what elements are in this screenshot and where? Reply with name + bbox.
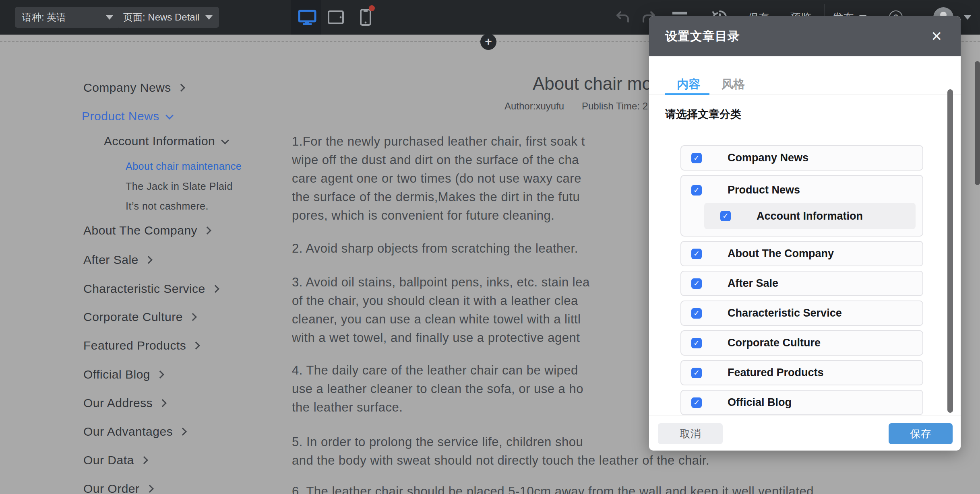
account-menu-button[interactable] <box>964 0 971 35</box>
sidebar-item-official-blog[interactable]: Official Blog <box>83 368 163 381</box>
category-row: ✓Company News <box>691 152 808 164</box>
sidebar-item-label: Corporate Culture <box>83 310 183 324</box>
category-checkbox[interactable]: ✓ <box>691 249 702 259</box>
sidebar-item-our-data[interactable]: Our Data <box>83 453 147 467</box>
tab-content[interactable]: 内容 <box>677 76 700 93</box>
category-card-official-blog[interactable]: ✓Official Blog <box>680 390 923 415</box>
sidebar-item-our-advantages[interactable]: Our Advantages <box>83 425 186 438</box>
chevron-right-icon <box>192 342 200 350</box>
chevron-down-icon <box>221 136 229 144</box>
article-paragraph-4: 4. The daily care of the leather chair c… <box>292 361 583 417</box>
article-paragraph-5: 5. In order to prolong the service life,… <box>292 433 709 470</box>
chevron-right-icon <box>189 313 197 321</box>
category-card-characteristic-service[interactable]: ✓Characteristic Service <box>680 301 923 326</box>
chevron-right-icon <box>203 226 211 235</box>
undo-icon[interactable] <box>615 0 631 35</box>
language-dropdown[interactable]: 语种: 英语 <box>15 7 120 28</box>
chevron-right-icon <box>177 84 185 92</box>
category-card-corporate-culture[interactable]: ✓Corporate Culture <box>680 330 923 356</box>
category-row: ✓Official Blog <box>691 396 792 409</box>
category-checkbox[interactable]: ✓ <box>691 153 702 163</box>
sidebar-item-label: It’s not cashmere. <box>126 200 209 212</box>
cancel-button[interactable]: 取消 <box>658 423 723 444</box>
close-icon[interactable]: ✕ <box>931 29 943 43</box>
editor-window: + Company NewsProduct NewsAccount Inform… <box>0 0 980 494</box>
category-checkbox[interactable]: ✓ <box>691 397 702 408</box>
article-paragraph-2: 2. Avoid sharp objects from scratching t… <box>292 239 578 258</box>
category-row: ✓About The Company <box>691 247 834 260</box>
chevron-right-icon <box>159 399 167 407</box>
category-checkbox[interactable]: ✓ <box>691 308 702 319</box>
sidebar-item-corporate-culture[interactable]: Corporate Culture <box>83 310 196 324</box>
sidebar-item-our-address[interactable]: Our Address <box>83 396 165 410</box>
chevron-right-icon <box>156 370 164 379</box>
sidebar-item-label: Our Advantages <box>83 425 173 438</box>
category-row: ✓Characteristic Service <box>691 307 842 319</box>
sidebar-item-after-sale[interactable]: After Sale <box>83 253 151 267</box>
add-section-button[interactable]: + <box>480 34 496 50</box>
category-row: ✓Featured Products <box>691 366 824 379</box>
mobile-notification-dot <box>369 5 375 11</box>
category-label: Characteristic Service <box>728 307 842 319</box>
category-row: ✓After Sale <box>691 277 778 290</box>
subcategory-card-account-information[interactable]: ✓Account Information <box>704 203 916 229</box>
category-row: ✓Product News <box>691 184 914 196</box>
sidebar-item-product-news[interactable]: Product News <box>82 109 172 123</box>
sidebar-item-featured-products[interactable]: Featured Products <box>83 339 199 352</box>
category-card-product-news[interactable]: ✓Product News✓Account Information <box>680 175 923 237</box>
category-card-company-news[interactable]: ✓Company News <box>680 145 923 171</box>
subcategory-label: Account Information <box>757 210 863 222</box>
dialog-title: 设置文章目录 <box>665 28 740 45</box>
sidebar-item-account-information[interactable]: Account Information <box>104 134 228 148</box>
footer-divider <box>649 416 961 416</box>
category-label: Official Blog <box>728 396 792 409</box>
category-checkbox[interactable]: ✓ <box>691 368 702 378</box>
mobile-view-button[interactable] <box>360 0 371 35</box>
page-dropdown-label: 页面: News Detail <box>123 11 199 24</box>
sidebar-item-about-the-company[interactable]: About The Company <box>83 224 210 237</box>
page-scrollbar-thumb[interactable] <box>975 61 980 185</box>
chevron-down-icon <box>106 15 113 20</box>
sidebar-item-it-s-not-cashmere-[interactable]: It’s not cashmere. <box>126 200 209 212</box>
category-checkbox[interactable]: ✓ <box>691 185 702 196</box>
sidebar-item-label: About The Company <box>83 224 197 237</box>
chevron-right-icon <box>211 285 219 293</box>
sidebar-item-label: After Sale <box>83 253 139 267</box>
category-checkbox[interactable]: ✓ <box>691 278 702 289</box>
sidebar-item-company-news[interactable]: Company News <box>83 81 184 95</box>
chevron-right-icon <box>179 428 187 436</box>
sidebar-item-the-jack-in-slate-plaid[interactable]: The Jack in Slate Plaid <box>126 181 233 192</box>
article-publish-time: Publish Time: 2 <box>582 101 648 112</box>
category-card-after-sale[interactable]: ✓After Sale <box>680 271 923 296</box>
category-card-featured-products[interactable]: ✓Featured Products <box>680 360 923 385</box>
dialog-header: 设置文章目录 ✕ <box>649 16 961 56</box>
sidebar-item-about-chair-maintenance[interactable]: About chair maintenance <box>126 161 242 172</box>
chevron-right-icon <box>145 256 153 264</box>
page-dropdown[interactable]: 页面: News Detail <box>117 7 219 28</box>
sidebar-item-label: Featured Products <box>83 339 186 352</box>
category-checkbox[interactable]: ✓ <box>691 338 702 348</box>
article-title: About chair mo <box>533 74 652 94</box>
category-label: Company News <box>728 152 808 164</box>
sidebar-item-label: Official Blog <box>83 368 150 381</box>
sidebar-item-characteristic-service[interactable]: Characteristic Service <box>83 282 218 296</box>
article-author: Author:xuyufu <box>504 101 564 112</box>
category-card-about-the-company[interactable]: ✓About The Company <box>680 241 923 266</box>
sidebar-item-label: Product News <box>82 109 159 123</box>
tablet-view-button[interactable] <box>328 0 344 35</box>
chevron-right-icon <box>140 456 148 464</box>
sidebar-item-our-order[interactable]: Our Order <box>83 482 153 494</box>
category-label: Product News <box>728 184 800 196</box>
category-label: About The Company <box>728 247 834 260</box>
active-tab-underline <box>665 93 709 95</box>
category-list: ✓Company News✓Product News✓Account Infor… <box>680 145 923 415</box>
save-button-modal[interactable]: 保存 <box>889 423 953 444</box>
tab-style[interactable]: 风格 <box>722 76 745 93</box>
sidebar-item-label: Our Order <box>83 482 140 494</box>
dialog-scrollbar-thumb[interactable] <box>947 89 953 413</box>
desktop-view-button[interactable] <box>298 0 316 35</box>
category-checkbox[interactable]: ✓ <box>720 211 731 221</box>
sidebar-item-label: Account Information <box>104 134 215 148</box>
sidebar-item-label: The Jack in Slate Plaid <box>126 181 233 192</box>
language-dropdown-label: 语种: 英语 <box>22 11 66 24</box>
